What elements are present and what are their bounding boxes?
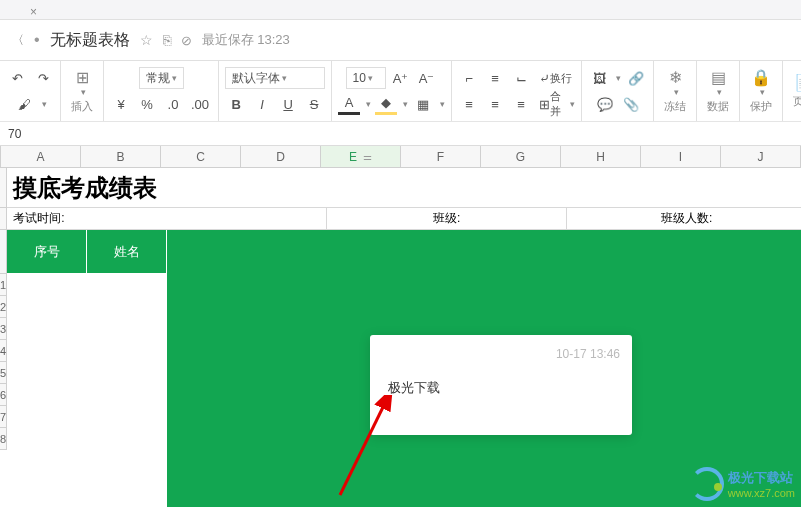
font-size-inc-button[interactable]: A⁺	[390, 67, 412, 89]
align-right-button[interactable]: ≡	[510, 93, 532, 115]
align-top-button[interactable]: ⌐	[458, 67, 480, 89]
folder-move-icon[interactable]: ⎘	[163, 32, 171, 48]
filter-icon[interactable]: ⚌	[363, 151, 372, 162]
back-icon[interactable]: 〈	[12, 32, 24, 49]
insert-link-button[interactable]: 🔗	[625, 67, 647, 89]
tab-close-icon[interactable]: ×	[30, 5, 40, 15]
wrap-text-button[interactable]: ⤶换行	[536, 67, 575, 89]
document-titlebar: 〈 • 无标题表格 ☆ ⎘ ⊘ 最近保存 13:23	[0, 20, 801, 60]
data-button[interactable]: ▤▾数据	[703, 68, 733, 114]
col-head-b[interactable]: B	[81, 146, 161, 167]
comment-text: 极光下载	[388, 379, 620, 397]
formula-bar[interactable]: 70	[0, 122, 801, 146]
exam-time-cell[interactable]: 考试时间:	[7, 208, 327, 230]
col-head-c[interactable]: C	[161, 146, 241, 167]
header-name[interactable]: 姓名	[87, 230, 167, 274]
font-size-select[interactable]: 10 ▾	[346, 67, 386, 89]
chevron-down-icon[interactable]: ▾	[42, 99, 47, 109]
italic-button[interactable]: I	[251, 93, 273, 115]
format-painter-button[interactable]: 🖌	[14, 93, 36, 115]
formula-value: 70	[8, 127, 21, 141]
sheet-title-cell[interactable]: 摸底考成绩表	[7, 168, 801, 208]
row-head[interactable]: 4	[0, 340, 7, 362]
font-size-dec-button[interactable]: A⁻	[416, 67, 438, 89]
undo-button[interactable]: ↶	[6, 67, 28, 89]
save-status: 最近保存 13:23	[202, 31, 290, 49]
row-head[interactable]: 5	[0, 362, 7, 384]
percent-button[interactable]: %	[136, 93, 158, 115]
class-cell[interactable]: 班级:	[327, 208, 567, 230]
protect-button[interactable]: 🔒▾保护	[746, 68, 776, 114]
col-head-e[interactable]: E⚌	[321, 146, 401, 167]
row-head[interactable]: 2	[0, 296, 7, 318]
font-color-button[interactable]: A	[338, 93, 360, 115]
col-head-j[interactable]: J	[721, 146, 801, 167]
row-head[interactable]	[0, 230, 7, 274]
bold-button[interactable]: B	[225, 93, 247, 115]
star-icon[interactable]: ☆	[140, 32, 153, 48]
insert-image-button[interactable]: 🖼	[588, 67, 610, 89]
align-center-button[interactable]: ≡	[484, 93, 506, 115]
font-family-select[interactable]: 默认字体 ▾	[225, 67, 325, 89]
logo-icon	[690, 467, 724, 501]
merge-cells-button[interactable]: ⊞合并	[536, 93, 564, 115]
col-head-i[interactable]: I	[641, 146, 721, 167]
watermark-name: 极光下载站	[728, 469, 795, 487]
redo-button[interactable]: ↷	[32, 67, 54, 89]
class-size-cell[interactable]: 班级人数:	[567, 208, 801, 230]
comment-popup[interactable]: 10-17 13:46 极光下载	[370, 335, 632, 435]
col-head-h[interactable]: H	[561, 146, 641, 167]
bullet-icon: •	[34, 31, 40, 49]
row-head[interactable]: 7	[0, 406, 7, 428]
number-format-select[interactable]: 常规 ▾	[139, 67, 184, 89]
row-head[interactable]: 8	[0, 428, 7, 450]
decimal-inc-button[interactable]: .00	[188, 93, 212, 115]
document-title[interactable]: 无标题表格	[50, 30, 130, 51]
currency-button[interactable]: ¥	[110, 93, 132, 115]
header-seq[interactable]: 序号	[7, 230, 87, 274]
row-head[interactable]	[0, 208, 7, 230]
col-head-g[interactable]: G	[481, 146, 561, 167]
align-middle-button[interactable]: ≡	[484, 67, 506, 89]
freeze-button[interactable]: ❄▾冻结	[660, 68, 690, 114]
decimal-dec-button[interactable]: .0	[162, 93, 184, 115]
watermark-logo: 极光下载站 www.xz7.com	[690, 467, 795, 501]
col-head-d[interactable]: D	[241, 146, 321, 167]
save-check-icon: ⊘	[181, 33, 192, 48]
col-head-a[interactable]: A	[1, 146, 81, 167]
strikethrough-button[interactable]: S	[303, 93, 325, 115]
col-head-f[interactable]: F	[401, 146, 481, 167]
insert-comment-button[interactable]: 💬	[594, 93, 616, 115]
watermark-url: www.xz7.com	[728, 487, 795, 499]
row-head[interactable]: 1	[0, 274, 7, 296]
comment-timestamp: 10-17 13:46	[382, 347, 620, 361]
fill-color-button[interactable]: ◆	[375, 93, 397, 115]
toolbar: ↶ ↷ 🖌 ▾ ⊞ ▾ 插入 常规 ▾ ¥ % .0 .00 默认字体 ▾ B	[0, 60, 801, 122]
align-left-button[interactable]: ≡	[458, 93, 480, 115]
row-head[interactable]: 3	[0, 318, 7, 340]
page-button[interactable]: 📄页面	[789, 73, 801, 109]
row-head[interactable]	[0, 168, 7, 208]
underline-button[interactable]: U	[277, 93, 299, 115]
spreadsheet-grid: A B C D E⚌ F G H I J 1 2 3 4 5 6 7 8 摸底考…	[0, 146, 801, 507]
row-head[interactable]: 6	[0, 384, 7, 406]
insert-attach-button[interactable]: 📎	[620, 93, 642, 115]
insert-button[interactable]: ⊞ ▾ 插入	[67, 68, 97, 114]
borders-button[interactable]: ▦	[412, 93, 434, 115]
align-bottom-button[interactable]: ⌙	[510, 67, 532, 89]
